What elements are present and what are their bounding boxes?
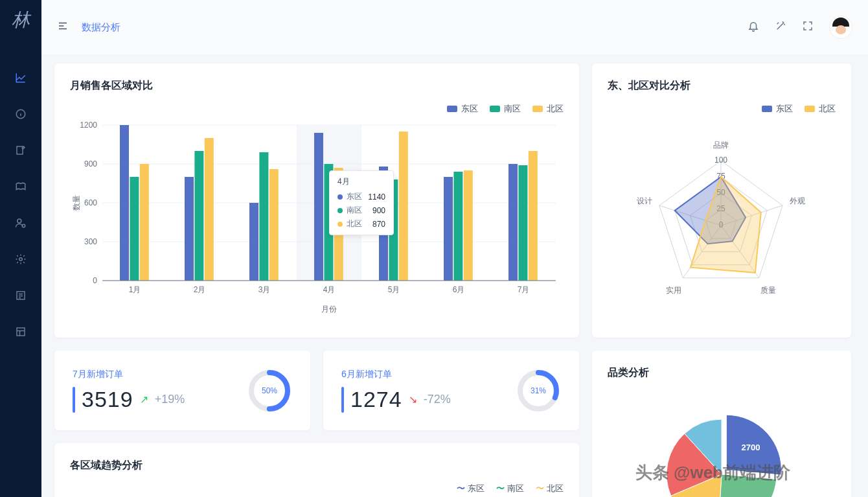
svg-point-4 (22, 224, 25, 227)
breadcrumb[interactable]: 数据分析 (82, 21, 120, 34)
svg-text:质量: 质量 (760, 286, 776, 295)
legend-item[interactable]: 东区 (447, 103, 478, 115)
trend-legend: 〜东区 〜南区 〜北区 (70, 483, 564, 494)
svg-text:设计: 设计 (637, 196, 652, 205)
legend-item[interactable]: 东区 (762, 103, 793, 115)
svg-text:5月: 5月 (388, 285, 400, 294)
stat-accent-bar (341, 387, 344, 413)
stat-title: 7月新增订单 (73, 369, 247, 380)
svg-rect-44 (389, 179, 398, 281)
stat-card-july: 7月新增订单 3519 ↗ +19% 50% (54, 351, 310, 430)
bell-icon[interactable] (748, 20, 759, 34)
legend-item[interactable]: 〜东区 (457, 483, 485, 494)
menu-toggle-icon[interactable] (57, 20, 69, 34)
legend-item[interactable]: 北区 (532, 103, 564, 115)
svg-text:100: 100 (714, 156, 727, 165)
svg-text:2月: 2月 (194, 285, 206, 294)
stat-accent-bar (73, 387, 75, 413)
svg-rect-51 (508, 164, 518, 281)
legend-item[interactable]: 南区 (490, 103, 521, 115)
avatar[interactable] (829, 16, 852, 39)
svg-rect-27 (120, 125, 129, 281)
svg-point-5 (19, 258, 23, 261)
svg-rect-41 (334, 168, 343, 281)
donut-progress: 31% (516, 368, 561, 413)
stat-title: 6月新增订单 (341, 369, 516, 380)
stat-change: -72% (424, 393, 451, 406)
svg-text:4月: 4月 (323, 285, 336, 294)
svg-rect-39 (314, 133, 323, 281)
svg-text:实用: 实用 (666, 286, 681, 295)
svg-text:1200: 1200 (80, 121, 97, 130)
fullscreen-icon[interactable] (802, 20, 814, 34)
svg-text:7月: 7月 (518, 285, 530, 294)
svg-rect-33 (205, 138, 214, 281)
svg-rect-43 (379, 167, 388, 281)
svg-text:900: 900 (84, 159, 97, 168)
nav-analytics[interactable] (8, 65, 34, 91)
card-monthly-sales: 月销售各区域对比 东区 南区 北区 030060090012001月2月3月4月… (54, 64, 579, 338)
magic-icon[interactable] (775, 20, 786, 34)
svg-text:0: 0 (93, 276, 97, 285)
nav-info[interactable] (8, 101, 34, 127)
svg-text:600: 600 (84, 198, 97, 207)
svg-point-3 (17, 219, 21, 223)
svg-text:月份: 月份 (321, 305, 337, 314)
svg-text:外观: 外观 (790, 196, 805, 205)
svg-rect-53 (529, 151, 538, 281)
bar-chart[interactable]: 030060090012001月2月3月4月5月6月7月月份数量 4月 东区11… (70, 119, 564, 322)
nav-book[interactable] (8, 174, 34, 200)
pie-chart[interactable]: 2700 (608, 390, 836, 497)
radar-chart[interactable]: 品牌外观质量实用设计0255075100 (608, 119, 836, 316)
svg-text:6月: 6月 (453, 285, 465, 294)
legend-item[interactable]: 〜北区 (536, 483, 564, 494)
svg-text:数量: 数量 (72, 195, 81, 211)
stat-change: +19% (155, 393, 185, 406)
svg-text:2700: 2700 (742, 443, 760, 452)
svg-text:1月: 1月 (129, 285, 141, 294)
bar-legend: 东区 南区 北区 (70, 103, 564, 115)
card-radar: 东、北区对比分析 东区 北区 品牌外观质量实用设计0255075100 (592, 64, 851, 338)
svg-rect-32 (194, 151, 203, 281)
stat-card-june: 6月新增订单 1274 ↘ -72% 31% (323, 351, 579, 430)
nav-layout[interactable] (8, 319, 34, 345)
nav-settings[interactable] (8, 246, 34, 272)
svg-rect-35 (249, 203, 258, 281)
card-trend: 各区域趋势分析 〜东区 〜南区 〜北区 200 (54, 443, 579, 497)
legend-item[interactable]: 北区 (805, 103, 836, 115)
svg-rect-37 (269, 169, 279, 281)
svg-rect-47 (444, 177, 453, 281)
card-pie: 品类分析 2700 (592, 351, 851, 497)
svg-rect-29 (140, 164, 149, 281)
nav-edit[interactable] (8, 137, 34, 163)
card-title: 品类分析 (608, 366, 836, 380)
arrow-down-icon: ↘ (409, 393, 417, 406)
svg-text:300: 300 (84, 237, 97, 246)
svg-text:3月: 3月 (258, 285, 271, 294)
svg-rect-28 (130, 177, 139, 281)
legend-item[interactable]: 〜南区 (496, 483, 524, 494)
stat-value: 3519 (82, 387, 133, 412)
logo: 林 (12, 8, 30, 32)
card-title: 月销售各区域对比 (70, 79, 564, 93)
svg-rect-10 (17, 328, 25, 336)
svg-rect-52 (518, 165, 527, 281)
svg-rect-36 (259, 152, 268, 281)
nav-user[interactable] (8, 210, 34, 236)
svg-text:品牌: 品牌 (713, 141, 729, 150)
arrow-up-icon: ↗ (140, 393, 148, 406)
sidebar: 林 (0, 0, 41, 497)
svg-rect-45 (399, 132, 408, 281)
card-title: 各区域趋势分析 (70, 459, 564, 472)
topbar: 数据分析 (41, 0, 868, 54)
radar-legend: 东区 北区 (608, 103, 836, 115)
nav-list[interactable] (8, 283, 34, 308)
stat-value: 1274 (350, 387, 402, 412)
content: 月销售各区域对比 东区 南区 北区 030060090012001月2月3月4月… (41, 54, 868, 497)
stats-row: 7月新增订单 3519 ↗ +19% 50% 6月新增订单 (54, 351, 579, 430)
card-title: 东、北区对比分析 (608, 79, 836, 93)
svg-rect-48 (453, 172, 463, 281)
svg-rect-49 (464, 170, 473, 281)
donut-progress: 50% (247, 368, 292, 413)
svg-rect-40 (324, 164, 333, 281)
